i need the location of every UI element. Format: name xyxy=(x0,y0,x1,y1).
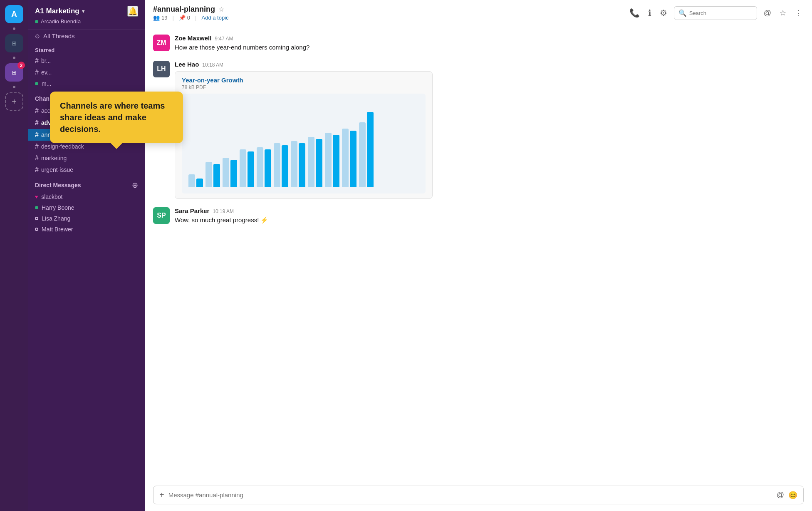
chart-bar-light xyxy=(257,147,263,187)
channel-header: #annual-planning ☆ 👥 19 | 📌 0 | Add a to… xyxy=(145,0,812,26)
channel-item-annual-planning[interactable]: # annual-planning xyxy=(28,129,145,141)
dm-name: Lisa Zhang xyxy=(42,215,70,222)
message-input[interactable] xyxy=(168,491,772,499)
chart-bar-light xyxy=(325,133,332,187)
offline-status-dot xyxy=(35,228,38,231)
channel-name: accounting-costs xyxy=(41,107,85,114)
notifications-bell-button[interactable]: 🔔 xyxy=(127,6,138,17)
channel-item-marketing[interactable]: # marketing xyxy=(28,152,145,164)
hash-icon: # xyxy=(35,57,39,64)
workspace-column: A ⊞ ⊞ 2 + xyxy=(0,0,28,511)
channel-item-advertising-ops[interactable]: # advertising-ops 1 xyxy=(28,117,145,129)
channel-item-design-feedback[interactable]: # design-feedback xyxy=(28,141,145,152)
chart-container xyxy=(182,94,426,193)
chart-bar-pair xyxy=(188,174,203,187)
workspace-badge: 2 xyxy=(17,62,25,69)
workspace-name[interactable]: A1 Marketing ▾ xyxy=(35,7,84,15)
dm-lisa-zhang[interactable]: Lisa Zhang xyxy=(28,213,145,224)
add-topic-button[interactable]: Add a topic xyxy=(201,15,228,21)
workspace-icon-active[interactable]: A xyxy=(5,5,23,23)
chart-bar-pair xyxy=(342,129,356,187)
channel-name: advertising-ops xyxy=(41,119,84,126)
channel-item-urgent-issue[interactable]: # urgent-issue xyxy=(28,164,145,176)
workspace-name-label: A1 Marketing xyxy=(35,7,79,15)
message-text: Wow, so much great progress! ⚡ xyxy=(175,216,804,225)
chart-bar-pair xyxy=(274,143,288,187)
chevron-down-icon: ▾ xyxy=(82,8,84,14)
message-input-area: + @ 😊 xyxy=(145,481,812,511)
starred-section-label: Starred xyxy=(28,42,145,55)
sender-name: Zoe Maxwell xyxy=(175,35,211,42)
channels-label: Channels xyxy=(35,95,61,102)
hash-icon: # xyxy=(35,166,39,174)
chart-bar-light xyxy=(291,141,297,187)
dm-matt-brewer[interactable]: Matt Brewer xyxy=(28,224,145,235)
channel-meta: 👥 19 | 📌 0 | Add a topic xyxy=(153,15,623,21)
starred-channel-1[interactable]: # br... xyxy=(28,55,145,67)
starred-channel-3[interactable]: m... xyxy=(28,78,145,89)
chart-bar-dark xyxy=(248,151,254,187)
main-content: #annual-planning ☆ 👥 19 | 📌 0 | Add a to… xyxy=(145,0,812,511)
starred-channel-2[interactable]: # ev... xyxy=(28,67,145,78)
message-content: Lee Hao 10:18 AM Year-on-year Growth 78 … xyxy=(175,61,804,199)
dm-slackbot[interactable]: ♥ slackbot xyxy=(28,191,145,202)
channel-name-row: #annual-planning ☆ xyxy=(153,5,623,14)
chart-bar-dark xyxy=(333,135,339,187)
channel-name: urgent-issue xyxy=(41,166,73,173)
messages-area: ZM Zoe Maxwell 9:47 AM How are those yea… xyxy=(145,26,812,481)
member-count[interactable]: 👥 19 xyxy=(153,15,167,21)
hash-icon: # xyxy=(35,143,39,150)
message-header: Lee Hao 10:18 AM xyxy=(175,61,804,68)
workspace-icon-3[interactable]: ⊞ 2 xyxy=(5,63,23,82)
channel-name: marketing xyxy=(41,155,67,161)
add-dm-button[interactable]: ⊕ xyxy=(132,181,138,190)
dm-name: Harry Boone xyxy=(42,204,74,211)
message-group: LH Lee Hao 10:18 AM Year-on-year Growth … xyxy=(153,61,804,199)
attachment-title[interactable]: Year-on-year Growth xyxy=(182,77,426,84)
chart-bar-pair xyxy=(359,112,374,187)
add-attachment-button[interactable]: + xyxy=(159,490,164,500)
emoji-picker-button[interactable]: 😊 xyxy=(788,491,797,500)
at-mention-input-button[interactable]: @ xyxy=(777,491,784,499)
workspace-icon-2[interactable]: ⊞ xyxy=(5,34,23,52)
starred-channel-1-name: br... xyxy=(41,57,51,64)
channel-name-heading: #annual-planning xyxy=(153,5,215,14)
hash-icon: # xyxy=(35,131,39,139)
sender-name: Sara Parker xyxy=(175,207,209,214)
chart-bar-dark xyxy=(350,131,356,187)
chart-bar-dark xyxy=(367,112,374,187)
pin-count[interactable]: 📌 0 xyxy=(179,15,190,21)
online-dot-icon xyxy=(35,82,38,85)
settings-button[interactable]: ⚙ xyxy=(658,6,669,20)
search-input[interactable] xyxy=(689,10,753,16)
sidebar-header: A1 Marketing ▾ 🔔 Arcadio Buendía xyxy=(28,0,145,30)
search-box[interactable]: 🔍 xyxy=(674,6,757,20)
pin-icon: 📌 xyxy=(179,15,186,21)
starred-items-button[interactable]: ☆ xyxy=(778,7,788,19)
chart-bar-light xyxy=(308,137,314,187)
info-button[interactable]: ℹ xyxy=(646,6,653,20)
direct-messages-label: Direct Messages xyxy=(35,182,81,189)
star-channel-button[interactable]: ☆ xyxy=(218,5,224,13)
offline-status-dot xyxy=(35,217,38,220)
add-workspace-button[interactable]: + xyxy=(5,92,23,111)
call-button[interactable]: 📞 xyxy=(628,6,641,20)
channel-name: annual-planning xyxy=(41,131,83,138)
at-mentions-button[interactable]: @ xyxy=(762,7,773,19)
avatar: LH xyxy=(153,61,170,77)
chart-bar-light xyxy=(359,122,366,187)
ws3-icon: ⊞ xyxy=(12,69,17,76)
more-options-button[interactable]: ⋮ xyxy=(793,7,804,19)
dm-harry-boone[interactable]: Harry Boone xyxy=(28,202,145,213)
sender-name: Lee Hao xyxy=(175,61,199,68)
message-timestamp: 10:18 AM xyxy=(202,62,223,68)
direct-messages-section-header: Direct Messages ⊕ xyxy=(28,176,145,191)
chart-bar-pair xyxy=(240,149,254,187)
hash-icon: # xyxy=(35,107,39,114)
all-threads-item[interactable]: ⊜ All Threads xyxy=(28,30,145,42)
slackbot-heart-icon: ♥ xyxy=(35,194,38,200)
workspace-divider xyxy=(13,27,15,30)
message-header: Zoe Maxwell 9:47 AM xyxy=(175,35,804,42)
channel-item-accounting-costs[interactable]: # accounting-costs xyxy=(28,105,145,117)
add-channel-button[interactable]: ⊕ xyxy=(132,94,138,103)
